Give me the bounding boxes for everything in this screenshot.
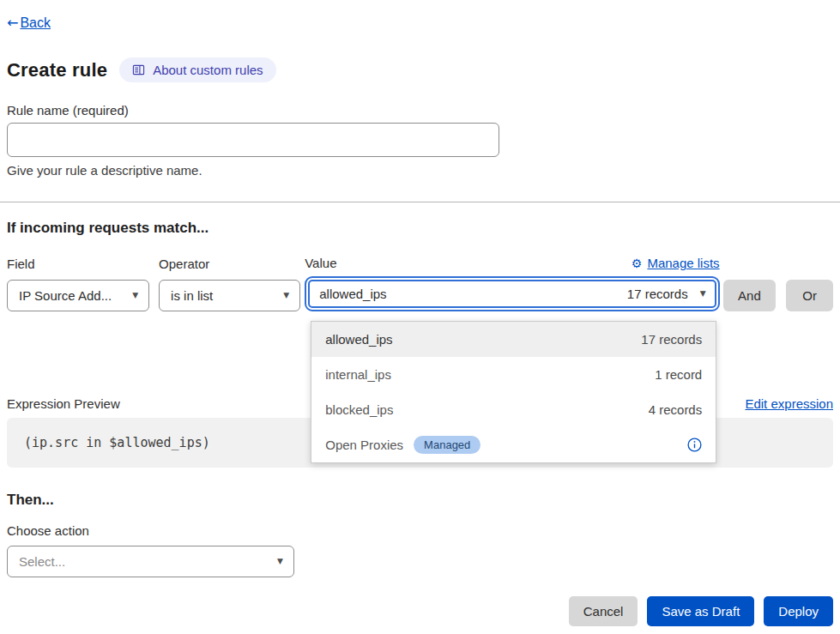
deploy-button[interactable]: Deploy [764,596,833,626]
field-column: Field IP Source Add... ▼ [7,257,149,311]
cancel-button[interactable]: Cancel [569,596,638,626]
operator-label: Operator [159,257,300,271]
condition-builder: Field IP Source Add... ▼ Operator is in … [7,256,833,311]
list-item-allowed-ips[interactable]: allowed_ips 17 records [311,322,716,357]
action-select[interactable]: Select... ▼ [7,546,294,577]
back-link-label: Back [20,15,51,31]
save-as-draft-button[interactable]: Save as Draft [647,596,754,626]
back-link[interactable]: ←Back [7,15,51,31]
title-row: Create rule About custom rules [7,57,833,82]
page-title: Create rule [7,59,107,82]
list-item-record-count: 4 records [649,402,703,417]
value-select-focus-ring: allowed_ips 17 records ▼ [305,276,719,311]
footer-actions: Cancel Save as Draft Deploy [7,596,833,626]
manage-lists-label: Manage lists [647,256,719,270]
chevron-down-icon: ▼ [277,558,283,565]
section-divider [0,202,840,202]
list-item-internal-ips[interactable]: internal_ips 1 record [311,357,716,392]
about-custom-rules-link[interactable]: About custom rules [119,57,275,82]
value-select-meta: 17 records [627,287,688,301]
chevron-down-icon: ▼ [700,290,706,298]
list-item-blocked-ips[interactable]: blocked_ips 4 records [311,392,716,427]
info-icon[interactable] [687,438,702,452]
expression-preview-label: Expression Preview [7,396,120,411]
rule-name-input[interactable] [7,123,499,157]
match-section-heading: If incoming requests match... [7,220,833,237]
operator-select-value: is in list [171,288,213,303]
expression-code: (ip.src in $allowed_ips) [24,435,210,450]
then-section-heading: Then... [7,492,833,509]
list-item-name: allowed_ips [325,332,392,347]
create-rule-page: ←Back Create rule About custom rules Rul… [0,0,840,634]
value-label: Value [305,256,336,270]
gear-icon: ⚙ [632,257,643,270]
choose-action-label: Choose action [7,523,833,538]
and-button[interactable]: And [723,280,777,311]
operator-column: Operator is in list ▼ [159,257,300,311]
chevron-down-icon: ▼ [132,292,138,299]
back-row: ←Back [7,0,833,31]
rule-name-helper: Give your rule a descriptive name. [7,163,833,178]
value-label-row: Value ⚙ Manage lists [305,256,719,270]
about-custom-rules-label: About custom rules [153,63,263,77]
list-item-name: Open Proxies [325,438,403,452]
field-select-value: IP Source Add... [19,288,112,303]
list-item-open-proxies[interactable]: Open Proxies Managed [311,427,716,462]
back-arrow-icon: ← [7,15,18,31]
managed-badge: Managed [414,436,480,454]
field-label: Field [7,257,149,271]
action-select-placeholder: Select... [19,554,65,569]
edit-expression-link[interactable]: Edit expression [745,396,833,411]
list-item-name: internal_ips [325,367,391,382]
lists-dropdown-menu: allowed_ips 17 records internal_ips 1 re… [311,321,716,463]
value-select-name: allowed_ips [319,287,386,301]
operator-select[interactable]: is in list ▼ [159,280,300,311]
rule-name-label: Rule name (required) [7,103,833,118]
condition-row: Field IP Source Add... ▼ Operator is in … [7,256,833,311]
or-button[interactable]: Or [786,280,833,311]
list-item-name: blocked_ips [325,402,393,417]
value-column: Value ⚙ Manage lists allowed_ips 17 reco… [305,256,719,311]
list-item-record-count: 1 record [655,367,702,382]
manage-lists-link[interactable]: ⚙ Manage lists [632,256,720,270]
value-select[interactable]: allowed_ips 17 records ▼ [308,280,716,308]
field-select[interactable]: IP Source Add... ▼ [7,280,149,311]
book-icon [132,63,145,76]
chevron-down-icon: ▼ [283,292,289,299]
list-item-record-count: 17 records [641,332,702,347]
